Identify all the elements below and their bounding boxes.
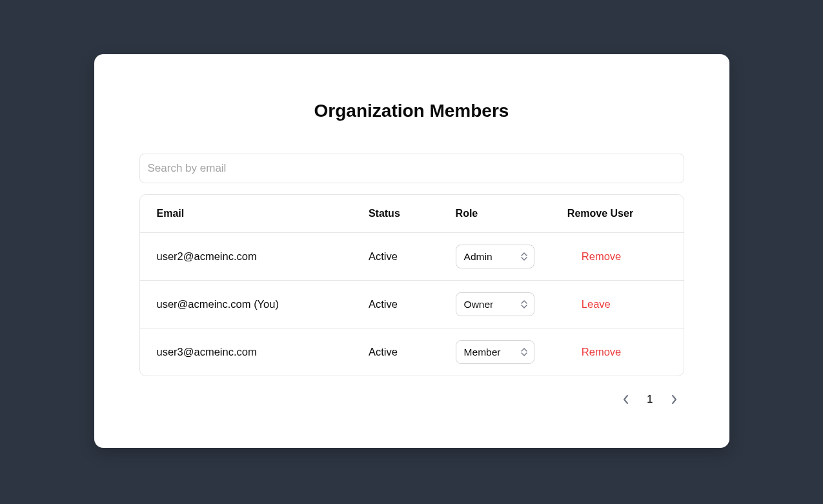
column-header-email: Email (140, 195, 352, 233)
role-select-value: Owner (464, 299, 494, 310)
cell-role: Admin (439, 233, 558, 281)
table-row: user2@acmeinc.com Active Admin Remove (140, 233, 684, 281)
members-table-wrapper: Email Status Role Remove User user2@acme… (139, 194, 684, 376)
leave-button[interactable]: Leave (582, 298, 611, 310)
cell-role: Owner (439, 281, 558, 328)
cell-status: Active (352, 328, 439, 376)
role-select[interactable]: Admin (456, 245, 534, 268)
cell-action: Remove (558, 233, 684, 281)
remove-button[interactable]: Remove (582, 250, 621, 263)
cell-email: user3@acmeinc.com (140, 328, 352, 376)
chevrons-up-down-icon (521, 252, 527, 261)
column-header-status: Status (352, 195, 439, 233)
cell-email: user2@acmeinc.com (140, 233, 352, 281)
cell-status: Active (352, 233, 439, 281)
role-select[interactable]: Member (456, 340, 534, 364)
remove-button[interactable]: Remove (582, 346, 621, 358)
chevron-right-icon (670, 394, 678, 405)
next-page-button[interactable] (667, 391, 680, 408)
chevrons-up-down-icon (521, 300, 527, 308)
members-table: Email Status Role Remove User user2@acme… (140, 195, 684, 376)
table-row: user@acmeinc.com (You) Active Owner Leav… (140, 281, 684, 328)
table-header-row: Email Status Role Remove User (140, 195, 684, 233)
role-select[interactable]: Owner (456, 292, 534, 316)
search-input[interactable] (139, 154, 684, 183)
page-title: Organization Members (139, 101, 684, 121)
cell-role: Member (439, 328, 558, 376)
chevron-left-icon (622, 394, 630, 405)
cell-email: user@acmeinc.com (You) (140, 281, 352, 328)
column-header-action: Remove User (558, 195, 684, 233)
cell-status: Active (352, 281, 439, 328)
role-select-value: Admin (464, 251, 493, 263)
members-card: Organization Members Email Status Role R… (94, 54, 729, 448)
cell-action: Leave (558, 281, 684, 328)
table-row: user3@acmeinc.com Active Member Remove (140, 328, 684, 376)
chevrons-up-down-icon (521, 348, 527, 356)
cell-action: Remove (558, 328, 684, 376)
column-header-role: Role (439, 195, 558, 233)
role-select-value: Member (464, 347, 501, 358)
pagination: 1 (139, 391, 684, 408)
page-number: 1 (647, 393, 653, 406)
prev-page-button[interactable] (620, 391, 633, 408)
